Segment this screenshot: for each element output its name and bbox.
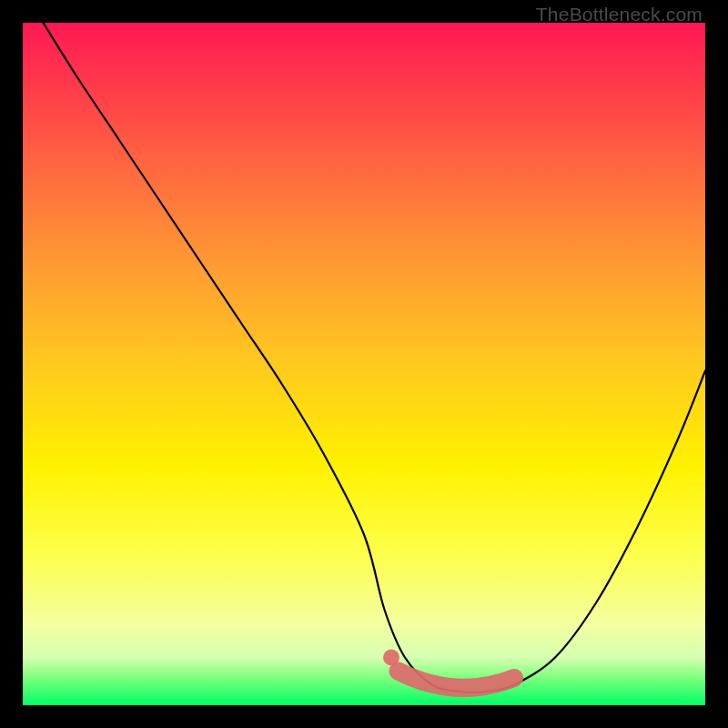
curve-svg xyxy=(23,23,705,705)
optimum-dot xyxy=(383,650,399,666)
chart-plot-area xyxy=(23,23,705,705)
bottleneck-curve xyxy=(44,23,706,693)
optimum-highlight xyxy=(399,672,515,688)
attribution-text: TheBottleneck.com xyxy=(536,4,703,25)
